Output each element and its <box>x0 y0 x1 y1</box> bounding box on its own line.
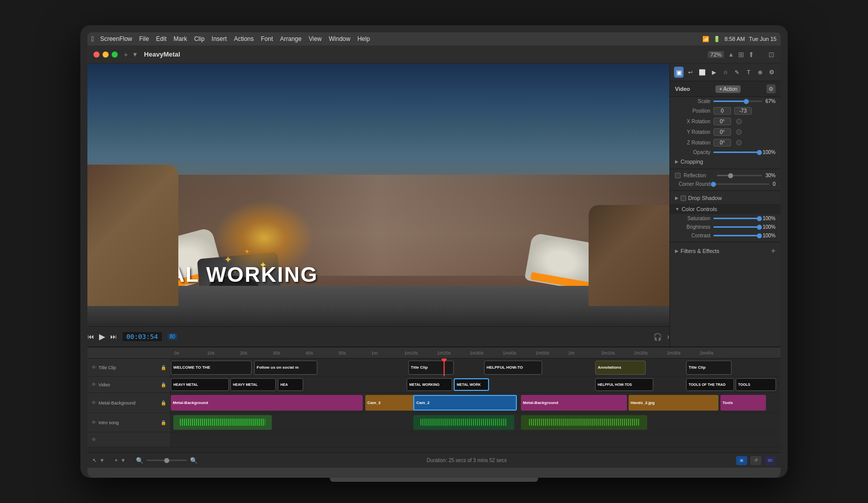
menu-view[interactable]: View <box>309 35 322 42</box>
rewind-button[interactable]: ⏮ <box>87 333 94 340</box>
clip-helpful2[interactable]: HELPFUL HOW-TOS <box>595 378 653 391</box>
settings-tool[interactable]: ⚙ <box>767 67 777 78</box>
brightness-slider[interactable] <box>713 226 759 228</box>
menu-file[interactable]: File <box>139 35 149 42</box>
zoom-thumb[interactable] <box>164 458 169 463</box>
clip-tools-bg[interactable]: Tools <box>720 395 766 411</box>
callout-tool[interactable]: ☆ <box>720 67 730 78</box>
cursor-chevron[interactable]: ▼ <box>100 458 105 463</box>
saturation-slider[interactable] <box>713 218 759 219</box>
track-visibility-empty[interactable]: 👁 <box>91 437 97 442</box>
y-rotation-dial[interactable] <box>736 129 742 135</box>
corner-round-thumb[interactable] <box>711 182 716 187</box>
share-icon[interactable]: ⬆ <box>748 51 754 59</box>
clip-metal-bg2[interactable]: Metal-Background <box>521 395 627 411</box>
chevron-right-icon[interactable]: › <box>667 332 669 341</box>
clip-heavymetal1[interactable]: HEAVY METAL <box>171 378 229 391</box>
clip-metalwork2[interactable]: METAL WORK <box>454 378 489 391</box>
menu-screenflow[interactable]: ScreenFlow <box>100 35 132 42</box>
track-content-bg[interactable]: Metal-Background Cam_3 Cam_2 Metal-Backg… <box>171 393 781 413</box>
add-icon[interactable]: + <box>124 51 128 59</box>
clip-title2[interactable]: Title Clip <box>686 361 732 375</box>
text-tool[interactable]: T <box>744 67 753 78</box>
x-rotation-dial[interactable] <box>736 119 742 124</box>
menu-clip[interactable]: Clip <box>194 35 205 42</box>
zoom-slider[interactable] <box>147 460 187 461</box>
menu-insert[interactable]: Insert <box>212 35 227 42</box>
media-browser-button[interactable]: ▣ <box>736 456 747 465</box>
track-lock-title[interactable]: 🔒 <box>161 365 166 370</box>
scale-slider-thumb[interactable] <box>744 99 749 104</box>
clip-tools-thumb2[interactable]: TOOLS <box>736 378 776 391</box>
play-button[interactable]: ▶ <box>99 332 105 341</box>
annotation-tool[interactable]: ✎ <box>732 67 742 78</box>
clip-helpful[interactable]: HELPFUL HOW-TO <box>484 361 542 375</box>
add-clip-button[interactable]: + <box>115 458 118 463</box>
track-content-video[interactable]: HEAVY METAL HEAVY METAL HEA METAL WORKIN… <box>171 377 781 392</box>
add-filter-button[interactable]: + <box>771 246 776 256</box>
screen-recording-tool[interactable]: ⬜ <box>697 67 707 78</box>
contrast-thumb[interactable] <box>757 233 762 238</box>
chevron-down-icon[interactable]: ▼ <box>132 51 138 58</box>
drop-shadow-row[interactable]: ▶ Drop Shadow <box>670 193 781 203</box>
clip-welcome[interactable]: WELCOME TO THE <box>171 361 252 375</box>
add-chevron[interactable]: ▼ <box>121 458 126 463</box>
position-y-input[interactable] <box>734 107 752 115</box>
minimize-button[interactable] <box>103 52 109 58</box>
track-visibility-audio[interactable]: 👁 <box>91 420 97 425</box>
menu-window[interactable]: Window <box>329 35 351 42</box>
zoom-in-icon[interactable]: 🔍 <box>190 457 198 464</box>
zoom-level[interactable]: 72% <box>708 51 724 58</box>
clip-intro-audio[interactable] <box>173 415 272 430</box>
cropping-row[interactable]: ▶ Cropping <box>670 157 781 167</box>
track-content-title[interactable]: WELCOME TO THE Follow us on social m Tit… <box>171 359 781 376</box>
scale-slider[interactable] <box>713 100 762 102</box>
audio-tool[interactable]: ↩ <box>686 67 695 78</box>
clip-cam3-audio[interactable] <box>521 415 647 430</box>
layout-icon[interactable]: ⊡ <box>768 51 775 59</box>
clip-metal-bg1[interactable]: Metal-Background <box>171 395 363 411</box>
opacity-thumb[interactable] <box>757 150 762 155</box>
fast-forward-button[interactable]: ⏭ <box>110 333 117 340</box>
track-visibility-video[interactable]: 👁 <box>91 382 97 387</box>
menu-edit[interactable]: Edit <box>156 35 167 42</box>
track-content-empty[interactable] <box>171 432 781 447</box>
y-rotation-input[interactable] <box>713 128 731 136</box>
filters-row[interactable]: ▶ Filters & Effects + <box>670 244 781 258</box>
reflection-slider[interactable] <box>717 175 762 176</box>
clip-cam2-audio[interactable] <box>413 415 514 430</box>
headphone-icon[interactable]: 🎧 <box>653 333 662 341</box>
zoom-up-icon[interactable]: ▲ <box>728 51 734 58</box>
corner-round-slider[interactable] <box>713 183 769 185</box>
clip-tools-thumb[interactable]: TOOLS OF THE TRAD <box>686 378 734 391</box>
clip-heavymetal2[interactable]: HEAVY METAL <box>230 378 276 391</box>
brightness-thumb[interactable] <box>757 225 762 230</box>
maximize-button[interactable] <box>112 52 118 58</box>
color-controls-header[interactable]: ▼ Color Controls <box>670 204 781 214</box>
menu-font[interactable]: Font <box>261 35 273 42</box>
reflection-thumb[interactable] <box>728 173 733 178</box>
video-properties-tool[interactable]: ▣ <box>674 67 684 78</box>
clip-title1[interactable]: Title Clip <box>408 361 454 375</box>
preview-button[interactable]: ↺ <box>750 456 761 465</box>
menu-help[interactable]: Help <box>357 35 370 42</box>
z-rotation-input[interactable] <box>713 139 731 146</box>
add-action-button[interactable]: + Action <box>715 85 741 93</box>
close-button[interactable] <box>93 52 100 58</box>
track-lock-bg[interactable]: 🔒 <box>161 400 166 406</box>
cursor-tool[interactable]: ↖ <box>92 458 97 463</box>
media-tool[interactable]: ▶ <box>709 67 718 78</box>
apple-menu-icon[interactable]:  <box>91 35 94 43</box>
track-lock-video[interactable]: 🔒 <box>161 382 166 387</box>
drop-shadow-checkbox[interactable] <box>681 195 686 201</box>
track-visibility-title[interactable]: 👁 <box>91 365 97 370</box>
track-lock-audio[interactable]: 🔒 <box>161 420 166 425</box>
z-rotation-dial[interactable] <box>736 140 742 145</box>
touch-tool[interactable]: ⊕ <box>755 67 765 78</box>
menu-mark[interactable]: Mark <box>174 35 187 42</box>
clip-heavymetal3[interactable]: HEA <box>278 378 303 391</box>
clip-hands[interactable]: Hands_2.jpg <box>629 395 718 411</box>
reflection-checkbox[interactable] <box>675 173 681 178</box>
menu-actions[interactable]: Actions <box>234 35 254 42</box>
zoom-out-icon[interactable]: 🔍 <box>136 457 143 464</box>
